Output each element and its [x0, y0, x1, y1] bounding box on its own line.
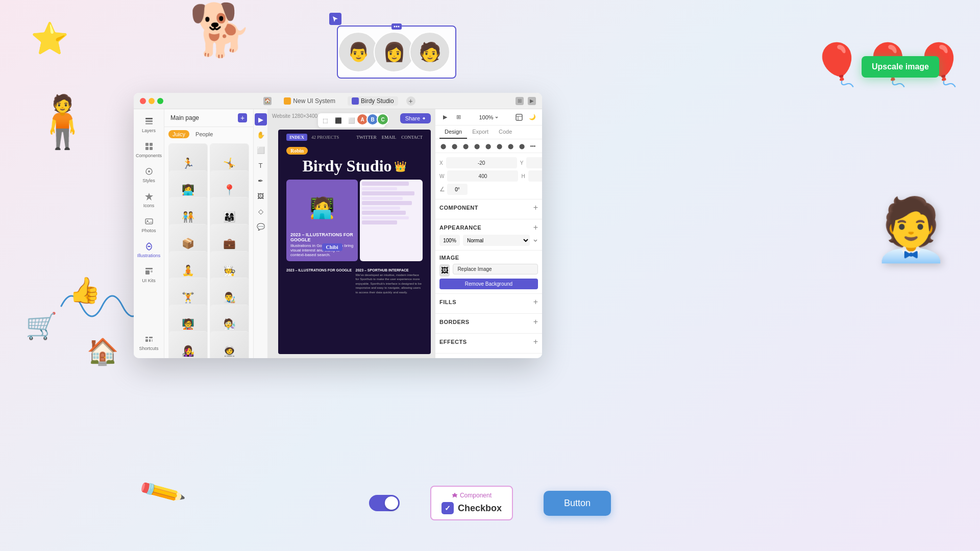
align-bottom-btn[interactable]: ⬤	[495, 141, 504, 151]
styles-icon	[144, 166, 154, 177]
align-right-btn[interactable]: ⬤	[461, 141, 470, 151]
angle-icon: ∠	[439, 186, 445, 193]
grid-icon[interactable]: ⊞	[516, 97, 524, 105]
house-decoration: 🏠	[87, 337, 118, 366]
close-button[interactable]	[140, 98, 146, 104]
tab-design[interactable]: Design	[439, 126, 467, 139]
blend-mode-select[interactable]: Normal Multiply Screen	[463, 235, 530, 246]
design-export-tabs: Design Export Code	[435, 126, 542, 139]
canvas-area[interactable]: Website 1280×3400 ⬚ ⬛ ⬜ ⊡ ◈ A B C Share	[268, 109, 435, 358]
upscale-image-button[interactable]: Upscale image	[862, 56, 939, 78]
align-center-h-btn[interactable]: ⬤	[450, 141, 459, 151]
sidebar-item-components[interactable]: Components	[137, 138, 161, 161]
select-tool[interactable]: ▶	[255, 113, 267, 126]
x-input[interactable]	[446, 157, 517, 168]
image-adjust-add-btn[interactable]: +	[533, 358, 538, 358]
assets-panel: Main page + Juicy People 🏃 🤸 👩‍💻 📍 🧑‍🤝‍🧑…	[164, 109, 254, 358]
add-tab-button[interactable]: +	[406, 96, 415, 106]
h-input[interactable]	[528, 170, 542, 182]
resize-handle-top[interactable]	[391, 23, 402, 30]
tab-export[interactable]: Export	[467, 126, 494, 139]
borders-add-btn[interactable]: +	[533, 318, 538, 326]
person-avatar-1: 👨	[338, 32, 379, 72]
align-center-v-btn[interactable]: ⬤	[483, 141, 493, 151]
website-nav: INDEX 42 PROJECTS TWITTER EMAIL CONTACT	[278, 130, 431, 145]
distribute-v-btn[interactable]: ⬤	[517, 141, 526, 151]
tab-new-ui-system[interactable]: New UI System	[280, 96, 339, 106]
play-icon[interactable]: ▶	[528, 97, 536, 105]
more-options-btn[interactable]: •••	[528, 141, 537, 151]
tab-birdy-studio[interactable]: Birdy Studio	[348, 96, 398, 106]
effects-add-btn[interactable]: +	[533, 338, 538, 346]
minimize-button[interactable]	[149, 98, 155, 104]
3d-character: 🧑‍💼	[873, 194, 949, 266]
align-left-btn[interactable]: ⬤	[438, 141, 448, 151]
floating-button[interactable]: Button	[544, 491, 611, 516]
w-input[interactable]	[447, 170, 518, 182]
share-button[interactable]: Share	[400, 113, 431, 123]
view-mode-button[interactable]	[513, 112, 525, 123]
assets-grid: 🏃 🤸 👩‍💻 📍 🧑‍🤝‍🧑 👨‍👩‍👧 📦 💼 🧘 🧑‍🍳 🏋️ 👨‍🎨 🧑…	[164, 141, 253, 358]
collaborator-avatars: A B C	[358, 113, 389, 126]
pen-tool[interactable]: ✒	[255, 174, 267, 187]
component-add-btn[interactable]: +	[533, 204, 538, 212]
toggle-switch[interactable]	[369, 495, 400, 511]
fills-add-btn[interactable]: +	[533, 298, 538, 306]
appearance-add-btn[interactable]: +	[533, 223, 538, 232]
component-label: Component	[452, 492, 492, 499]
comment-tool[interactable]: 💬	[255, 220, 267, 233]
sidebar-item-styles[interactable]: Styles	[137, 163, 161, 186]
card1-title-below: 2023 – ILLUSTRATIONS FOR GOOGLE	[286, 268, 354, 272]
person-avatar-3: 🧑	[409, 32, 450, 72]
component-checkbox-container[interactable]: Component ✓ Checkbox	[430, 486, 513, 520]
svg-point-2	[398, 26, 400, 28]
transform-section: X Y W H 🔒 ↺ ∠	[435, 153, 542, 199]
website-nav-right: TWITTER EMAIL CONTACT	[356, 135, 423, 140]
panel-add-button[interactable]: +	[238, 113, 247, 122]
text-tool[interactable]: T	[255, 159, 267, 171]
tab-code[interactable]: Code	[494, 126, 517, 139]
sidebar-item-layers[interactable]: Layers	[137, 113, 161, 136]
svg-rect-7	[150, 143, 153, 146]
distribute-h-btn[interactable]: ⬤	[506, 141, 515, 151]
asset-item-16[interactable]: 🧑‍🚀	[210, 331, 249, 358]
sidebar-item-shortcuts[interactable]: Shortcuts	[137, 331, 161, 354]
move-tool[interactable]: ✋	[255, 129, 267, 141]
align-top-btn[interactable]: ⬤	[472, 141, 481, 151]
sidebar-item-icons[interactable]: Icons	[137, 188, 161, 211]
grid-view-button[interactable]: ⊞	[453, 112, 464, 123]
home-icon[interactable]: 🏠	[263, 97, 272, 105]
sidebar-item-uikits[interactable]: UI Kits	[137, 263, 161, 286]
sidebar-item-illustrations[interactable]: Illustrations	[137, 238, 161, 261]
sporthub-mini-preview	[360, 180, 423, 261]
photos-icon	[144, 216, 154, 227]
component-section: COMPONENT +	[435, 199, 542, 219]
align-center-btn[interactable]: ⬛	[333, 115, 344, 126]
people-avatars-component: 👨 👩 🧑	[337, 26, 456, 79]
svg-rect-9	[150, 147, 153, 150]
replace-image-button[interactable]: Replace Image	[453, 264, 538, 274]
image-tool[interactable]: 🖼	[255, 190, 267, 202]
sidebar-item-photos[interactable]: Photos	[137, 213, 161, 236]
dark-mode-button[interactable]: 🌙	[527, 112, 538, 123]
tab-people[interactable]: People	[191, 130, 217, 138]
zoom-indicator: 100%	[479, 114, 498, 120]
remove-background-button[interactable]: Remove Background	[439, 279, 538, 289]
tab-juicy[interactable]: Juicy	[168, 130, 189, 138]
align-left-btn[interactable]: ⬚	[320, 115, 331, 126]
svg-rect-8	[145, 147, 149, 150]
checkbox-check-icon: ✓	[442, 502, 454, 514]
rect-tool[interactable]: ⬜	[255, 144, 267, 156]
play-button[interactable]: ▶	[439, 112, 451, 123]
layers-icon	[144, 116, 154, 127]
asset-item-15[interactable]: 👩‍🎤	[168, 331, 208, 358]
shape-tool[interactable]: ◇	[255, 205, 267, 217]
star-decoration: ⭐	[31, 20, 69, 57]
align-top-btn[interactable]: ⬜	[346, 115, 357, 126]
maximize-button[interactable]	[157, 98, 163, 104]
panel-header: Main page +	[164, 109, 253, 127]
component-cursor[interactable]	[329, 13, 341, 25]
rotate-input[interactable]	[447, 184, 468, 195]
y-input[interactable]	[526, 157, 542, 168]
opacity-input[interactable]	[439, 235, 460, 246]
